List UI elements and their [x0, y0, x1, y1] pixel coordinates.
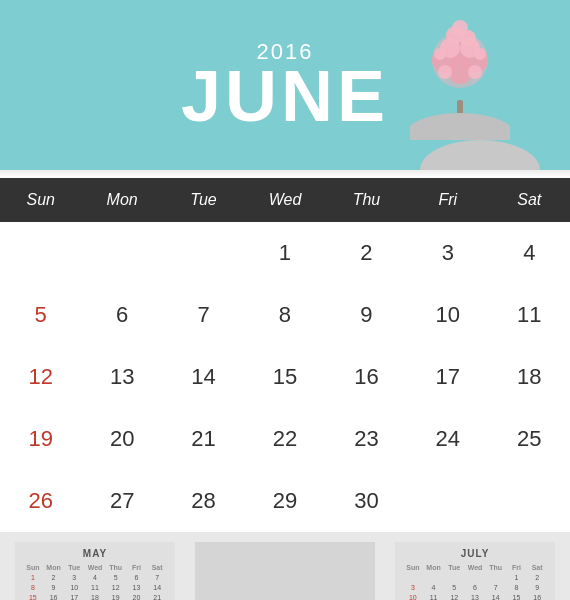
day-15[interactable]: 15	[244, 346, 325, 408]
svg-point-15	[468, 65, 482, 79]
day-24[interactable]: 24	[407, 408, 488, 470]
mini-may-grid: Sun Mon Tue Wed Thu Fri Sat 1 2 3 4 5 6 …	[23, 563, 167, 600]
list-item: 20	[127, 593, 147, 600]
mini-calendar-may: MAY Sun Mon Tue Wed Thu Fri Sat 1 2 3 4 …	[15, 542, 175, 600]
day-28[interactable]: 28	[163, 470, 244, 532]
list-item: 1	[507, 573, 527, 582]
list-item: 7	[147, 573, 167, 582]
table-row	[163, 222, 244, 284]
list-item: 19	[106, 593, 126, 600]
mini-header: Wed	[85, 563, 105, 572]
list-item: 4	[85, 573, 105, 582]
list-item: 13	[127, 583, 147, 592]
day-12[interactable]: 12	[0, 346, 81, 408]
list-item: 3	[403, 583, 423, 592]
day-13[interactable]: 13	[81, 346, 162, 408]
day-4[interactable]: 4	[489, 222, 570, 284]
list-item: 18	[85, 593, 105, 600]
header-fri: Fri	[407, 178, 488, 222]
mini-header: Sat	[147, 563, 167, 572]
list-item: 2	[527, 573, 547, 582]
list-item	[424, 573, 444, 582]
day-10[interactable]: 10	[407, 284, 488, 346]
day-25[interactable]: 25	[489, 408, 570, 470]
list-item: 10	[403, 593, 423, 600]
day-27[interactable]: 27	[81, 470, 162, 532]
day-16[interactable]: 16	[326, 346, 407, 408]
day-9[interactable]: 9	[326, 284, 407, 346]
mini-july-title: JULY	[403, 548, 547, 559]
mini-header: Sun	[23, 563, 43, 572]
svg-point-14	[438, 65, 452, 79]
day-18[interactable]: 18	[489, 346, 570, 408]
list-item: 15	[23, 593, 43, 600]
day-23[interactable]: 23	[326, 408, 407, 470]
header-tue: Tue	[163, 178, 244, 222]
list-item	[465, 573, 485, 582]
mini-header: Fri	[127, 563, 147, 572]
svg-point-11	[452, 20, 468, 36]
day-21[interactable]: 21	[163, 408, 244, 470]
mini-header: Thu	[486, 563, 506, 572]
header-sun: Sun	[0, 178, 81, 222]
list-item: 14	[147, 583, 167, 592]
list-item: 16	[527, 593, 547, 600]
list-item: 5	[444, 583, 464, 592]
table-row	[81, 222, 162, 284]
day-30[interactable]: 30	[326, 470, 407, 532]
list-item: 17	[64, 593, 84, 600]
list-item: 2	[44, 573, 64, 582]
list-item: 14	[486, 593, 506, 600]
mini-header: Sat	[527, 563, 547, 572]
day-19[interactable]: 19	[0, 408, 81, 470]
header-mon: Mon	[81, 178, 162, 222]
list-item	[403, 573, 423, 582]
table-row	[489, 470, 570, 532]
header-sat: Sat	[489, 178, 570, 222]
list-item: 10	[64, 583, 84, 592]
weekdays-header: Sun Mon Tue Wed Thu Fri Sat	[0, 178, 570, 222]
header-wed: Wed	[244, 178, 325, 222]
list-item: 8	[507, 583, 527, 592]
day-8[interactable]: 8	[244, 284, 325, 346]
day-22[interactable]: 22	[244, 408, 325, 470]
mini-may-title: MAY	[23, 548, 167, 559]
day-17[interactable]: 17	[407, 346, 488, 408]
list-item	[486, 573, 506, 582]
day-7[interactable]: 7	[163, 284, 244, 346]
list-item	[444, 573, 464, 582]
list-item: 11	[424, 593, 444, 600]
calendar-header: 2016 JUNE	[0, 0, 570, 170]
mini-header: Wed	[465, 563, 485, 572]
mini-calendars-section: MAY Sun Mon Tue Wed Thu Fri Sat 1 2 3 4 …	[0, 532, 570, 600]
mini-july-grid: Sun Mon Tue Wed Thu Fri Sat 1 2 3 4 5 6 …	[403, 563, 547, 600]
mini-header: Tue	[64, 563, 84, 572]
list-item: 5	[106, 573, 126, 582]
day-29[interactable]: 29	[244, 470, 325, 532]
list-item: 1	[23, 573, 43, 582]
table-row	[407, 470, 488, 532]
day-1[interactable]: 1	[244, 222, 325, 284]
mini-header: Sun	[403, 563, 423, 572]
header-thu: Thu	[326, 178, 407, 222]
day-6[interactable]: 6	[81, 284, 162, 346]
day-3[interactable]: 3	[407, 222, 488, 284]
list-item: 3	[64, 573, 84, 582]
day-26[interactable]: 26	[0, 470, 81, 532]
day-20[interactable]: 20	[81, 408, 162, 470]
calendar-grid: 1 2 3 4 5 6 7 8 9 10 11 12 13 14 15 16 1…	[0, 222, 570, 532]
tree-hill-decoration	[420, 140, 540, 170]
day-2[interactable]: 2	[326, 222, 407, 284]
list-item: 12	[444, 593, 464, 600]
svg-point-13	[474, 48, 486, 60]
list-item: 9	[44, 583, 64, 592]
day-11[interactable]: 11	[489, 284, 570, 346]
day-5[interactable]: 5	[0, 284, 81, 346]
list-item: 7	[486, 583, 506, 592]
list-item: 4	[424, 583, 444, 592]
list-item: 6	[465, 583, 485, 592]
mini-header: Mon	[424, 563, 444, 572]
mini-calendar-placeholder	[195, 542, 375, 600]
list-item: 8	[23, 583, 43, 592]
day-14[interactable]: 14	[163, 346, 244, 408]
